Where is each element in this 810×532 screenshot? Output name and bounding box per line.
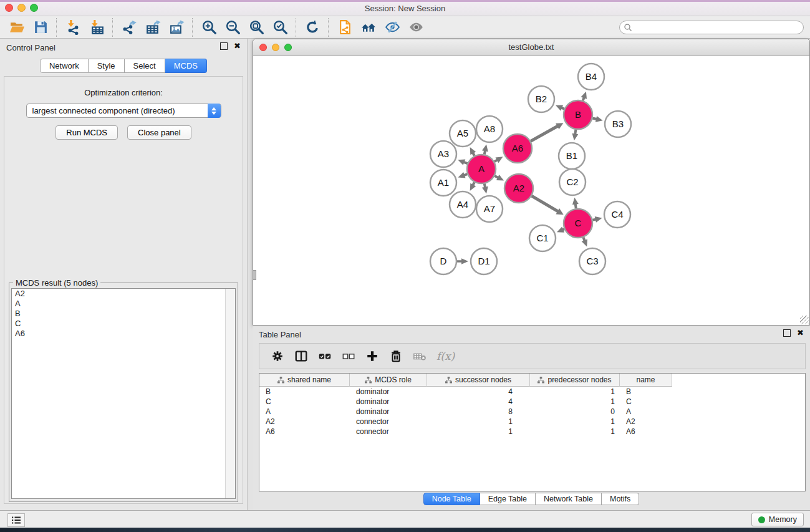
table-cell: connector [350,427,427,436]
save-session-icon[interactable] [29,18,52,37]
mcds-result-list[interactable]: A2 A B C A6 [11,288,236,499]
column-header[interactable]: shared name [259,374,350,387]
float-panel-icon[interactable] [220,42,228,50]
column-header-label: predecessor nodes [547,375,611,384]
graph-edge-arrow-icon [572,198,579,205]
delete-table-icon[interactable] [409,346,430,366]
import-network-icon[interactable] [61,18,85,37]
export-table-icon[interactable] [141,18,165,37]
table-cell: 1 [530,427,620,436]
list-item[interactable]: B [12,309,235,319]
graph-edge[interactable] [576,204,576,209]
graph-node-label: B [575,109,581,120]
graph-edge[interactable] [532,196,558,211]
column-header[interactable]: predecessor nodes [530,374,620,387]
memory-button[interactable]: Memory [751,513,804,526]
delete-column-trash-icon[interactable] [385,346,407,366]
zoom-out-icon[interactable] [221,18,244,37]
list-item[interactable]: A6 [12,329,235,339]
table-cell: B [620,387,672,396]
graph-node-label: C [575,218,582,228]
graph-edge[interactable] [575,130,576,135]
scrollbar[interactable] [225,289,235,498]
deselect-all-icon[interactable] [338,346,359,366]
tab-network-table[interactable]: Network Table [536,493,602,505]
list-item[interactable]: A [12,299,235,309]
table-cell: 1 [427,417,530,426]
table-cell: 1 [530,417,620,426]
table-cell: A2 [620,417,672,426]
tab-mcds[interactable]: MCDS [165,59,207,73]
table-row[interactable]: A6connector11A6 [259,427,805,437]
add-column-icon[interactable] [362,346,383,366]
table-cell: B [259,387,350,396]
new-network-icon[interactable] [333,18,357,37]
tab-edge-table[interactable]: Edge Table [480,493,536,505]
tab-motifs[interactable]: Motifs [602,493,639,505]
refresh-icon[interactable] [301,18,324,37]
graph-edge[interactable] [531,126,558,141]
network-canvas[interactable]: B4B2BB3A5A8A6A3B1AA1C2A2A4A7CC4C1C3DD1 [253,56,809,325]
tab-node-table[interactable]: Node Table [423,493,480,505]
search-input[interactable] [619,21,804,34]
column-header[interactable]: MCDS role [350,374,427,387]
splitter-handle[interactable] [253,270,256,280]
table-toolbar: f(x) [259,343,806,369]
close-panel-icon[interactable]: ✖ [797,329,804,337]
open-file-icon[interactable] [5,18,29,37]
table-row[interactable]: A2connector11A2 [259,417,805,427]
table-cell: 4 [427,397,530,406]
zoom-fit-icon[interactable] [244,18,268,37]
table-cell: C [620,397,672,406]
export-network-icon[interactable] [117,18,141,37]
float-panel-icon[interactable] [783,329,791,337]
hide-selected-eye-icon[interactable] [380,18,404,37]
graph-node-label: A [478,163,485,174]
task-history-icon[interactable] [7,513,25,527]
show-all-eye-icon[interactable] [404,18,428,37]
table-panel-title: Table Panel [259,330,301,339]
close-panel-icon[interactable]: ✖ [234,42,241,50]
table-cell: A6 [620,427,672,436]
resize-grip-icon[interactable] [800,316,809,324]
zoom-in-icon[interactable] [197,18,221,37]
graph-node-label: A5 [457,128,468,138]
graph-edge-arrow-icon [572,133,578,141]
list-item[interactable]: A2 [12,289,235,299]
table-row[interactable]: Adominator80A [259,407,805,417]
graph-node-label: A2 [513,183,524,193]
status-bar: Memory [0,510,810,528]
network-window-titlebar[interactable]: testGlobe.txt [253,39,809,56]
column-header-label: name [636,375,655,384]
column-header[interactable]: name [620,374,672,387]
tab-network[interactable]: Network [40,59,89,73]
optimization-criterion-select[interactable]: largest connected component (directed) [26,104,221,118]
table-cell: 1 [427,427,530,436]
memory-status-icon [758,516,765,523]
control-panel-tabs: Network Style Select MCDS [0,59,247,73]
graph-edge-arrow-icon [595,216,602,223]
table-row[interactable]: Cdominator41C [259,397,805,407]
run-mcds-button[interactable]: Run MCDS [55,125,118,140]
node-table: shared nameMCDS rolesuccessor nodesprede… [259,373,806,491]
table-cell: 8 [427,407,530,416]
import-table-icon[interactable] [85,18,108,37]
tab-style[interactable]: Style [89,59,125,73]
export-image-icon[interactable] [165,18,188,37]
table-row[interactable]: Bdominator41B [259,387,805,397]
show-columns-icon[interactable] [291,346,312,366]
graph-node-label: A7 [484,203,495,214]
graph-edge[interactable] [592,118,597,119]
graph-node-label: C1 [536,233,548,243]
column-header[interactable]: successor nodes [427,374,530,387]
graph-edge-arrow-icon [595,116,603,122]
zoom-selected-icon[interactable] [268,18,292,37]
graph-node-label: A4 [457,199,468,210]
list-item[interactable]: C [12,319,235,329]
close-panel-button[interactable]: Close panel [127,125,191,140]
select-all-icon[interactable] [314,346,335,366]
tab-select[interactable]: Select [125,59,165,73]
table-settings-gear-icon[interactable] [267,346,288,366]
first-neighbors-icon[interactable] [357,18,380,37]
table-cell: A2 [259,417,350,426]
